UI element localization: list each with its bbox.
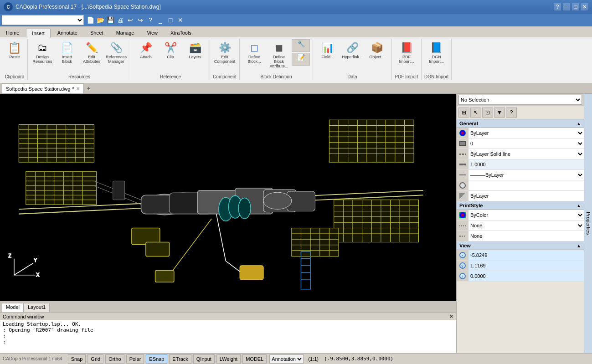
prop-tool-help[interactable]: ? [506,108,517,118]
qa-help[interactable]: ? [146,15,155,25]
object-button[interactable]: 📦 Object... [365,39,389,61]
qa-close-app[interactable]: ✕ [176,15,185,25]
clipboard-items: 📋 Paste [5,39,25,61]
data-label: Data [347,73,357,79]
prop-row-y: y [457,261,584,271]
esnap-button[interactable]: ESnap [146,354,167,364]
view-section-header[interactable]: View ▲ [457,241,584,250]
layout-tab-model[interactable]: Model [2,303,24,312]
prop-tool-grid[interactable]: ⊞ [458,108,469,118]
tab-manage[interactable]: Manage [110,28,140,37]
annotation-dropdown[interactable]: Annotation [269,354,304,364]
doc-tab-close[interactable]: ✕ [76,86,80,91]
general-section-header[interactable]: General ▲ [457,119,584,128]
linescale-select[interactable]: ———ByLayer [468,170,584,180]
tab-insert[interactable]: Insert [26,29,51,38]
snap-button[interactable]: Snap [68,354,86,364]
selection-dropdown[interactable]: No Selection [458,95,582,105]
prop-tool-select[interactable]: ↖ [470,108,481,118]
ribbon-tabs: Home Insert Annotate Sheet Manage View X… [0,26,592,37]
reference-items: 📌 Attach ✂️ Clip 🗃️ Layers [134,39,207,61]
pdf-import-button[interactable]: 📕 PDFImport... [395,39,418,66]
qa-maximize-app[interactable]: □ [166,15,175,25]
svg-rect-31 [329,120,414,162]
properties-side-tab[interactable]: Properties [584,94,592,353]
none2-input[interactable] [468,231,584,241]
printstyle-section-header[interactable]: PrintStyle ▲ [457,201,584,210]
help-icon[interactable]: ? [554,3,561,10]
hyperlink-button[interactable]: 🔗 Hyperlink... [340,39,364,61]
lineweight-input[interactable] [468,159,584,169]
linetype-select[interactable]: ByLayer Solid line [468,149,584,159]
block-def-extras: 🔧 📝 [292,39,310,66]
dgn-import-button[interactable]: 📘 DGNImport... [425,39,448,66]
printstyle-icon [457,191,468,201]
grid-button[interactable]: Grid [88,354,103,364]
tab-annotate[interactable]: Annotate [51,28,83,37]
layout-tab-layout1[interactable]: Layout1 [24,303,50,312]
properties-toolbar: ⊞ ↖ ⊡ ▼ ? [457,106,584,119]
block-extra-2[interactable]: 📝 [292,53,310,66]
x-input[interactable] [468,250,584,260]
prop-tool-filter[interactable]: ▼ [494,108,505,118]
layer-select[interactable]: 0 [468,138,584,149]
ribbon-content: 📋 Paste Clipboard 🗂 DesignResources 📄 In… [0,37,592,83]
maximize-button[interactable]: □ [572,3,579,10]
model-button[interactable]: MODEL [242,354,267,364]
prop-tool-quick[interactable]: ⊡ [482,108,493,118]
lweight-button[interactable]: LWeight [216,354,241,364]
properties-panel: No Selection ⊞ ↖ ⊡ ▼ ? General ▲ [456,94,584,353]
doc-tab-main[interactable]: Softpedia Space Station.dwg* ✕ [2,83,84,93]
view-chevron: ▲ [577,243,581,248]
qa-redo[interactable]: ↪ [136,15,145,25]
bycolor-select[interactable]: ByColor [468,210,584,220]
attach-button[interactable]: 📌 Attach [134,39,158,61]
properties-header: No Selection [457,94,584,106]
etrack-button[interactable]: ETrack [169,354,191,364]
printstyle-input[interactable] [468,191,584,201]
command-content[interactable]: Loading Startup.lsp... OK. : Opening "R2… [0,320,456,353]
ortho-button[interactable]: Ortho [105,354,124,364]
layers-button[interactable]: 🗃️ Layers [183,39,207,61]
tab-xtratools[interactable]: XtraTools [165,28,197,37]
canvas-area[interactable]: Y X Z [0,94,456,301]
workspace-dropdown[interactable]: Drafting and Annotation [2,15,84,25]
reference-label: Reference [160,73,181,79]
paste-button[interactable]: 📋 Paste [5,39,25,61]
qa-undo[interactable]: ↩ [126,15,135,25]
plot-input[interactable] [468,180,584,190]
qa-minimize-app[interactable]: _ [156,15,165,25]
content-area: Softpedia Space Station.dwg* ✕ + [0,83,592,353]
qa-save[interactable]: 💾 [106,15,115,25]
none1-select[interactable]: None [468,220,584,231]
tab-home[interactable]: Home [0,28,25,37]
qa-open[interactable]: 📂 [96,15,105,25]
command-close-button[interactable]: ✕ [449,313,453,319]
clip-button[interactable]: ✂️ Clip [159,39,182,61]
qa-new[interactable]: 📄 [86,15,95,25]
ribbon-group-data: 📊 Field... 🔗 Hyperlink... 📦 Object... Da… [313,39,392,80]
define-block-button[interactable]: ◻ DefineBlock... [242,39,266,66]
references-manager-button[interactable]: 📎 ReferencesManager [104,39,128,66]
y-input[interactable] [468,261,584,271]
insert-block-button[interactable]: 📄 InsertBlock [55,39,79,66]
doc-tab-add[interactable]: + [84,83,94,93]
edit-component-button[interactable]: ⚙️ EditComponent [213,39,237,66]
z-input[interactable] [468,271,584,281]
qinput-button[interactable]: QInput [193,354,215,364]
close-button[interactable]: ✕ [581,3,588,10]
tab-view[interactable]: View [141,28,164,37]
minimize-button[interactable]: ─ [563,3,570,10]
svg-rect-84 [292,228,339,256]
color-select[interactable]: ByLayer [468,128,584,138]
design-resources-button[interactable]: 🗂 DesignResources [31,39,54,66]
polar-button[interactable]: Polar [126,354,144,364]
tab-sheet[interactable]: Sheet [84,28,109,37]
properties-content[interactable]: General ▲ ByLayer [457,119,584,353]
edit-attributes-button[interactable]: ✏️ EditAttributes [80,39,103,66]
field-button[interactable]: 📊 Field... [316,39,340,61]
block-extra-1[interactable]: 🔧 [292,39,310,52]
title-bar: C CADopia Professional 17 - [...\Softped… [0,0,592,14]
define-block-attribute-button[interactable]: ◼ Define BlockAttribute... [267,39,291,70]
qa-print[interactable]: 🖨 [116,15,125,25]
